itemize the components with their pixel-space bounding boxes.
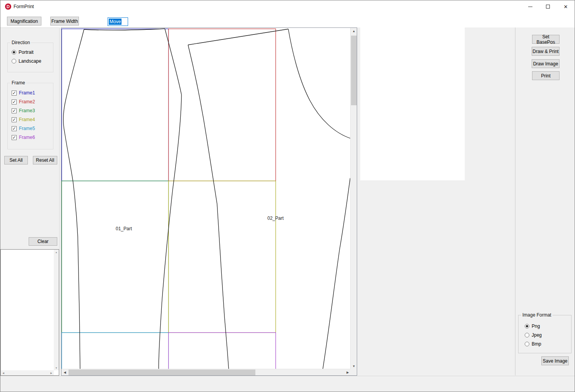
- frame6-checkbox-row[interactable]: ✓ Frame6: [12, 134, 35, 140]
- image-format-group: Image Format Png Jpeg Bmp: [518, 315, 572, 353]
- radio-jpeg-icon: [525, 333, 529, 337]
- frame2-checkbox-row[interactable]: ✓ Frame2: [12, 99, 35, 105]
- canvas-scroll-left-icon[interactable]: ◀: [62, 369, 68, 376]
- preview-panel: [360, 27, 465, 180]
- frame6-checkbox-icon: ✓: [12, 135, 17, 140]
- radio-png-label: Png: [532, 324, 540, 329]
- radio-jpeg-label: Jpeg: [532, 332, 542, 338]
- pattern-drawing: 01_Part 02_Part: [62, 28, 351, 370]
- frame1-label: Frame1: [19, 90, 35, 96]
- frame3-label: Frame3: [19, 108, 35, 113]
- pattern-piece-1-outline: [63, 29, 181, 370]
- canvas-scroll-up-icon[interactable]: ▲: [351, 28, 357, 34]
- radio-landscape-icon: [12, 59, 16, 63]
- radio-portrait-icon: [12, 50, 16, 55]
- frame4-checkbox-icon: ✓: [12, 117, 17, 122]
- window-controls: ✕: [521, 0, 575, 13]
- frame1-rect: [62, 29, 169, 181]
- frame5-label: Frame5: [19, 126, 35, 131]
- frame5-checkbox-icon: ✓: [12, 126, 17, 131]
- move-input-selected-text: Move: [109, 19, 122, 25]
- app-window: D FormPrint ✕ Magnification Frame Width …: [0, 0, 575, 392]
- toolbar: Magnification Frame Width: [0, 13, 575, 27]
- listbox-scroll-right-icon[interactable]: ▶: [49, 370, 54, 375]
- maximize-button[interactable]: [539, 0, 557, 13]
- frame1-checkbox-row[interactable]: ✓ Frame1: [12, 90, 35, 96]
- part1-label: 01_Part: [116, 226, 132, 231]
- save-image-button[interactable]: Save Image: [541, 356, 569, 365]
- frame1-checkbox-icon: ✓: [12, 91, 17, 96]
- frame2-checkbox-icon: ✓: [12, 99, 17, 104]
- magnification-button[interactable]: Magnification: [7, 17, 41, 26]
- frame2-rect: [169, 29, 276, 181]
- radio-landscape-label: Landscape: [19, 58, 41, 64]
- listbox-horizontal-scrollbar[interactable]: ◀ ▶: [1, 370, 54, 375]
- frame5-rect: [62, 333, 169, 370]
- move-input[interactable]: Move: [108, 17, 128, 26]
- app-title: FormPrint: [14, 4, 34, 9]
- left-listbox[interactable]: ▲ ▼ ◀ ▶: [0, 249, 59, 376]
- frame-group: Frame ✓ Frame1 ✓ Frame2 ✓ Frame3 ✓ Frame…: [7, 83, 53, 149]
- draw-print-button[interactable]: Draw & Print: [532, 47, 560, 56]
- radio-bmp-label: Bmp: [532, 341, 541, 347]
- radio-png-icon: [525, 324, 529, 329]
- frame-width-button[interactable]: Frame Width: [50, 17, 79, 26]
- frame6-rect: [169, 333, 276, 370]
- radio-jpeg[interactable]: Jpeg: [525, 332, 542, 338]
- frame4-label: Frame4: [19, 117, 35, 122]
- set-basepos-button[interactable]: Set BasePos: [532, 35, 560, 44]
- app-logo-icon: D: [5, 3, 11, 10]
- radio-png[interactable]: Png: [525, 323, 540, 329]
- image-format-group-label: Image Format: [521, 312, 553, 318]
- minimize-button[interactable]: [521, 0, 539, 13]
- titlebar: D FormPrint ✕: [0, 0, 575, 13]
- radio-bmp-icon: [525, 342, 529, 346]
- direction-group-label: Direction: [10, 40, 31, 45]
- close-icon: ✕: [564, 4, 568, 9]
- frame3-rect: [62, 181, 169, 333]
- pattern-canvas[interactable]: 01_Part 02_Part ▲ ▼ ◀ ▶: [61, 27, 357, 376]
- set-all-button[interactable]: Set All: [4, 156, 28, 164]
- canvas-hscroll-thumb[interactable]: [68, 370, 255, 375]
- canvas-vertical-scrollbar[interactable]: ▲ ▼: [350, 28, 357, 370]
- frame6-label: Frame6: [19, 135, 35, 140]
- frame3-checkbox-row[interactable]: ✓ Frame3: [12, 108, 35, 114]
- statusbar: [0, 376, 575, 392]
- frame5-checkbox-row[interactable]: ✓ Frame5: [12, 125, 35, 132]
- maximize-icon: [546, 5, 550, 9]
- part2-label: 02_Part: [267, 216, 284, 221]
- frame4-rect: [169, 181, 276, 333]
- radio-bmp[interactable]: Bmp: [525, 341, 541, 347]
- radio-portrait-label: Portrait: [19, 50, 34, 55]
- scrollbar-corner: [350, 369, 357, 375]
- frame3-checkbox-icon: ✓: [12, 108, 17, 113]
- listbox-scroll-left-icon[interactable]: ◀: [1, 370, 6, 375]
- minimize-icon: [528, 7, 532, 7]
- reset-all-button[interactable]: Reset All: [33, 156, 57, 164]
- right-panel-divider: [515, 27, 515, 375]
- radio-landscape[interactable]: Landscape: [12, 58, 41, 64]
- draw-image-button[interactable]: Draw Image: [532, 59, 560, 68]
- close-button[interactable]: ✕: [557, 0, 575, 13]
- frame-group-label: Frame: [10, 80, 26, 86]
- radio-portrait[interactable]: Portrait: [12, 49, 34, 55]
- frame2-label: Frame2: [19, 99, 35, 104]
- pattern-piece-2-outline: [188, 29, 351, 370]
- frame4-checkbox-row[interactable]: ✓ Frame4: [12, 116, 35, 123]
- listbox-vertical-scrollbar[interactable]: ▲ ▼: [54, 250, 59, 370]
- canvas-horizontal-scrollbar[interactable]: ◀ ▶: [62, 369, 351, 375]
- print-button[interactable]: Print: [532, 71, 560, 80]
- clear-button[interactable]: Clear: [29, 237, 57, 246]
- listbox-scroll-down-icon[interactable]: ▼: [54, 365, 59, 370]
- left-panel: Direction Portrait Landscape Frame ✓ Fra…: [0, 27, 60, 249]
- canvas-vscroll-thumb[interactable]: [351, 36, 357, 105]
- direction-group: Direction Portrait Landscape: [7, 43, 53, 72]
- listbox-scroll-up-icon[interactable]: ▲: [54, 250, 59, 255]
